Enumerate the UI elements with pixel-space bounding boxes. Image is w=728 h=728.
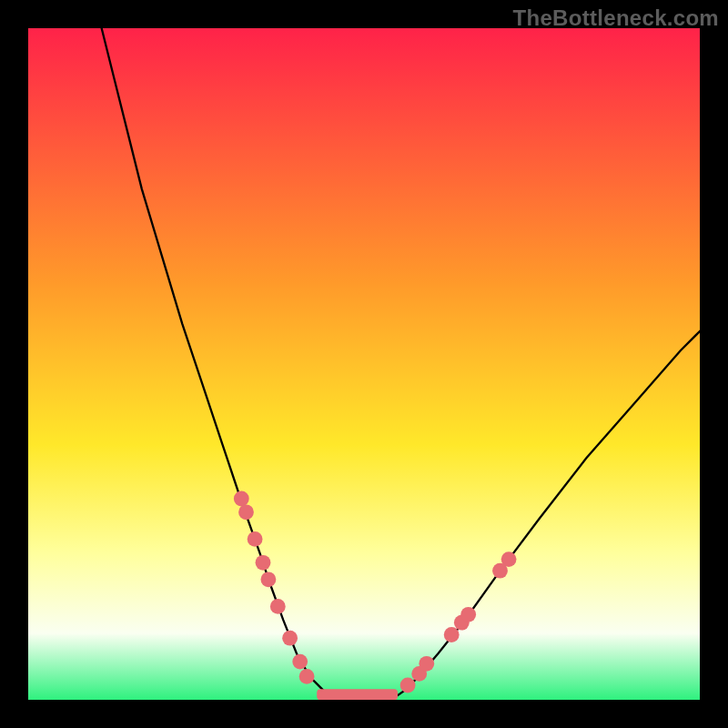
data-dot: [256, 555, 271, 571]
data-dot: [270, 599, 286, 614]
data-dot: [292, 654, 308, 670]
data-dot: [400, 678, 416, 693]
plot-background: [27, 27, 701, 701]
valley-segment: [317, 689, 398, 700]
data-dot: [299, 669, 315, 684]
chart-svg: [0, 0, 728, 728]
data-dot: [444, 627, 460, 642]
data-dot: [419, 656, 434, 672]
data-dot: [501, 551, 517, 567]
chart-stage: TheBottleneck.com: [0, 0, 728, 728]
data-dot: [460, 607, 476, 622]
data-dot: [234, 491, 249, 507]
watermark-text: TheBottleneck.com: [513, 5, 719, 31]
data-dot: [261, 571, 277, 587]
data-dot: [282, 631, 298, 646]
data-dot: [248, 531, 263, 547]
data-dot: [238, 504, 254, 520]
